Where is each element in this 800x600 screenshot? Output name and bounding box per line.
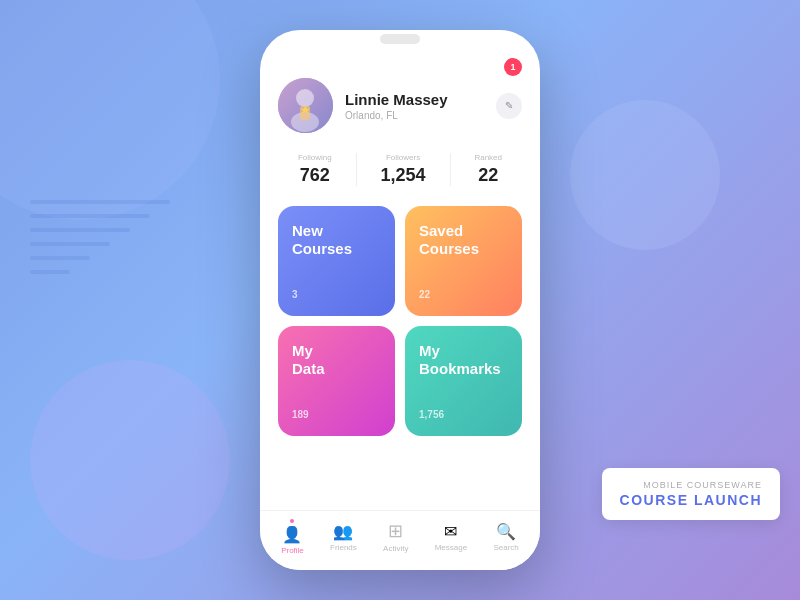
stat-following: Following 762 — [298, 153, 332, 186]
label-card-title: Course Launch — [620, 492, 762, 508]
card-saved-courses-title: SavedCourses — [419, 222, 508, 258]
stat-following-value: 762 — [298, 165, 332, 186]
stat-ranked-label: Ranked — [474, 153, 502, 162]
phone-notch-inner — [380, 34, 420, 44]
nav-message-label: Message — [435, 543, 467, 552]
bottom-nav: 👤 Profile 👥 Friends ⊞ Activity ✉ Message… — [260, 510, 540, 570]
nav-active-dot — [290, 519, 294, 523]
nav-activity-label: Activity — [383, 544, 408, 553]
card-my-data-title: MyData — [292, 342, 381, 378]
profile-nav-icon: 👤 — [282, 525, 302, 544]
avatar — [278, 78, 333, 133]
stat-following-label: Following — [298, 153, 332, 162]
stat-ranked-value: 22 — [474, 165, 502, 186]
card-my-bookmarks-title: MyBookmarks — [419, 342, 508, 378]
bg-decoration-lines — [30, 200, 190, 320]
nav-profile[interactable]: 👤 Profile — [273, 515, 312, 559]
svg-point-1 — [296, 89, 314, 107]
nav-message[interactable]: ✉ Message — [427, 518, 475, 556]
stat-divider-1 — [356, 153, 357, 186]
card-my-bookmarks-count: 1,756 — [419, 409, 508, 420]
stat-followers-label: Followers — [381, 153, 426, 162]
label-card-subtitle: Mobile Courseware — [620, 480, 762, 490]
nav-activity[interactable]: ⊞ Activity — [375, 516, 416, 557]
nav-profile-label: Profile — [281, 546, 304, 555]
profile-name: Linnie Massey — [345, 91, 496, 108]
card-saved-courses-count: 22 — [419, 289, 508, 300]
nav-search-label: Search — [493, 543, 518, 552]
phone-frame: 1 — [260, 30, 540, 570]
bg-decoration-circle-1 — [0, 0, 220, 220]
stats-section: Following 762 Followers 1,254 Ranked 22 — [278, 153, 522, 186]
search-nav-icon: 🔍 — [496, 522, 516, 541]
phone-notch — [360, 30, 440, 52]
profile-location: Orlando, FL — [345, 110, 496, 121]
notification-badge[interactable]: 1 — [504, 58, 522, 76]
stat-followers: Followers 1,254 — [381, 153, 426, 186]
activity-nav-icon: ⊞ — [388, 520, 403, 542]
stat-followers-value: 1,254 — [381, 165, 426, 186]
card-my-bookmarks[interactable]: MyBookmarks 1,756 — [405, 326, 522, 436]
phone-content: Linnie Massey Orlando, FL ✎ Following 76… — [260, 58, 540, 570]
profile-info: Linnie Massey Orlando, FL — [345, 91, 496, 121]
cards-grid: NewCourses 3 SavedCourses 22 MyData 189 … — [278, 206, 522, 436]
nav-friends[interactable]: 👥 Friends — [322, 518, 365, 556]
card-new-courses-count: 3 — [292, 289, 381, 300]
card-saved-courses[interactable]: SavedCourses 22 — [405, 206, 522, 316]
profile-section: Linnie Massey Orlando, FL ✎ — [278, 78, 522, 133]
edit-button[interactable]: ✎ — [496, 93, 522, 119]
nav-friends-label: Friends — [330, 543, 357, 552]
card-new-courses-title: NewCourses — [292, 222, 381, 258]
stat-ranked: Ranked 22 — [474, 153, 502, 186]
label-card: Mobile Courseware Course Launch — [602, 468, 780, 520]
stat-divider-2 — [450, 153, 451, 186]
nav-search[interactable]: 🔍 Search — [485, 518, 526, 556]
card-new-courses[interactable]: NewCourses 3 — [278, 206, 395, 316]
bg-decoration-circle-3 — [570, 100, 720, 250]
bg-decoration-circle-2 — [30, 360, 230, 560]
edit-icon: ✎ — [505, 100, 513, 111]
card-my-data-count: 189 — [292, 409, 381, 420]
friends-nav-icon: 👥 — [333, 522, 353, 541]
message-nav-icon: ✉ — [444, 522, 457, 541]
card-my-data[interactable]: MyData 189 — [278, 326, 395, 436]
